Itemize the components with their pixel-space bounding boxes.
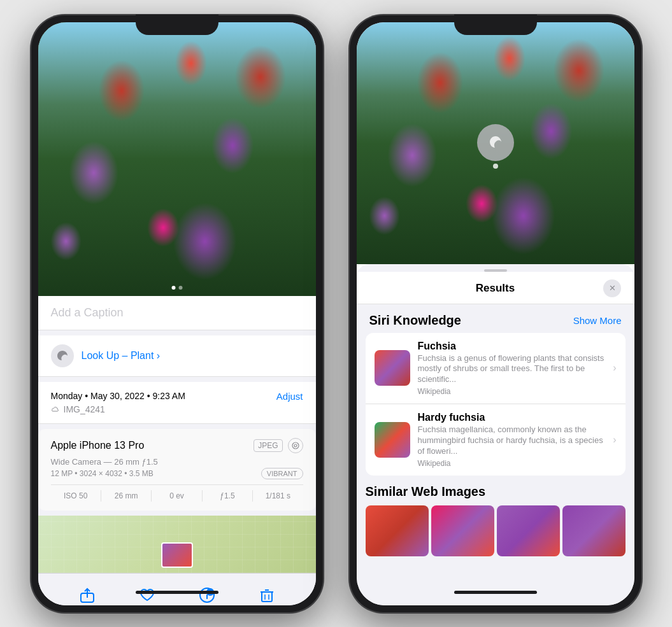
similar-image-1[interactable] <box>366 505 429 556</box>
exif-focal: 26 mm <box>101 490 152 502</box>
camera-specs-row: 12 MP • 3024 × 4032 • 3.5 MB VIBRANT <box>51 468 303 479</box>
siri-button[interactable] <box>477 124 514 161</box>
dot-2 <box>178 286 182 290</box>
hardy-title: Hardy fuchsia <box>418 412 606 423</box>
svg-point-1 <box>294 444 297 447</box>
phones-container: Add a Caption Look Up – Plant › <box>31 15 642 613</box>
home-indicator-2 <box>454 591 537 594</box>
knowledge-card-fuchsia[interactable]: Fuchsia Fuchsia is a genus of flowering … <box>366 333 626 405</box>
hardy-card-body: Hardy fuchsia Fuchsia magellanica, commo… <box>418 412 606 468</box>
map-photo-thumb <box>161 542 193 568</box>
svg-rect-8 <box>262 592 272 602</box>
hardy-desc: Fuchsia magellanica, commonly known as t… <box>418 425 606 457</box>
fuchsia-desc: Fuchsia is a genus of flowering plants t… <box>418 353 606 386</box>
lookup-label: Look Up – Plant › <box>82 350 161 362</box>
hardy-source: Wikipedia <box>418 459 606 468</box>
photo-info-content: Add a Caption Look Up – Plant › <box>38 296 316 605</box>
exif-ev: 0 ev <box>152 490 202 502</box>
siri-leaf-icon <box>487 134 504 151</box>
lookup-icon <box>51 344 74 367</box>
camera-mp: 12 MP • 3024 × 4032 • 3.5 MB <box>51 469 154 478</box>
similar-image-2[interactable] <box>431 505 494 556</box>
fuchsia-thumbnail <box>375 350 410 386</box>
photo-date: Monday • May 30, 2022 • 9:23 AM <box>51 391 185 401</box>
info-icon: i <box>199 587 215 603</box>
phone-1: Add a Caption Look Up – Plant › <box>31 15 324 613</box>
camera-model-row: Apple iPhone 13 Pro JPEG <box>51 438 303 453</box>
fuchsia-chevron: › <box>613 362 616 374</box>
svg-point-0 <box>292 442 299 449</box>
exif-shutter: 1/181 s <box>253 490 303 502</box>
camera-badges: JPEG <box>254 438 303 453</box>
filename-row: IMG_4241 <box>51 404 303 414</box>
dot-1 <box>171 286 175 290</box>
lens-icon <box>288 438 303 453</box>
photo-filename: IMG_4241 <box>64 404 105 414</box>
cloud-icon <box>51 405 60 414</box>
aperture-icon <box>291 441 300 450</box>
lookup-text: Look Up – <box>82 350 128 361</box>
leaf-svg-icon <box>55 349 69 363</box>
results-panel: Results ✕ Siri Knowledge Show More <box>357 264 634 605</box>
lookup-row[interactable]: Look Up – Plant › <box>38 335 316 377</box>
exif-iso: ISO 50 <box>51 490 101 502</box>
similar-image-3[interactable] <box>497 505 560 556</box>
share-icon <box>79 587 96 603</box>
photo-display[interactable] <box>38 22 316 296</box>
map-preview[interactable] <box>38 516 316 573</box>
delete-button[interactable] <box>253 581 281 605</box>
camera-wide: Wide Camera — 26 mm ƒ1.5 <box>51 457 303 467</box>
trash-icon <box>259 587 275 603</box>
similar-image-4[interactable] <box>562 505 626 556</box>
lookup-chevron: › <box>157 350 160 361</box>
caption-area[interactable]: Add a Caption <box>38 296 316 330</box>
close-button[interactable]: ✕ <box>603 279 621 297</box>
vibrant-badge: VIBRANT <box>261 468 303 479</box>
heart-icon <box>139 587 155 603</box>
phone-2-inner: Results ✕ Siri Knowledge Show More <box>357 22 634 605</box>
format-badge: JPEG <box>254 439 282 452</box>
fuchsia-title: Fuchsia <box>418 341 606 352</box>
photo-dots <box>171 286 182 290</box>
fuchsia-card-body: Fuchsia Fuchsia is a genus of flowering … <box>418 341 606 397</box>
results-header: Results ✕ <box>357 272 634 304</box>
metadata-section: Monday • May 30, 2022 • 9:23 AM Adjust I… <box>38 382 316 424</box>
siri-dot <box>493 164 498 169</box>
show-more-button[interactable]: Show More <box>573 315 622 326</box>
hardy-thumbnail <box>375 422 410 458</box>
results-title: Results <box>476 282 515 295</box>
exif-row: ISO 50 26 mm 0 ev ƒ1.5 1/181 s <box>51 484 303 502</box>
metadata-row: Monday • May 30, 2022 • 9:23 AM Adjust <box>51 391 303 402</box>
camera-model: Apple iPhone 13 Pro <box>51 440 145 451</box>
lookup-subject: Plant <box>127 350 154 361</box>
phone-2: Results ✕ Siri Knowledge Show More <box>349 15 642 613</box>
similar-section: Similar Web Images <box>357 476 634 556</box>
camera-section: Apple iPhone 13 Pro JPEG Wide Camera <box>38 429 316 511</box>
exif-aperture: ƒ1.5 <box>203 490 253 502</box>
results-content[interactable]: Siri Knowledge Show More Fuchsia Fuchsia… <box>357 304 634 605</box>
siri-knowledge-title: Siri Knowledge <box>369 313 461 328</box>
knowledge-card-hardy[interactable]: Hardy fuchsia Fuchsia magellanica, commo… <box>366 404 626 476</box>
similar-title: Similar Web Images <box>366 484 626 499</box>
siri-knowledge-header: Siri Knowledge Show More <box>357 304 634 333</box>
bottom-toolbar: i <box>38 573 316 605</box>
fuchsia-source: Wikipedia <box>418 387 606 396</box>
caption-placeholder[interactable]: Add a Caption <box>51 306 124 319</box>
home-indicator-1 <box>136 591 218 594</box>
adjust-button[interactable]: Adjust <box>276 391 303 402</box>
hardy-chevron: › <box>613 434 616 446</box>
photo-display-2[interactable] <box>357 22 634 264</box>
phone-1-inner: Add a Caption Look Up – Plant › <box>38 22 316 605</box>
share-button[interactable] <box>73 581 101 605</box>
similar-images-grid[interactable] <box>366 505 626 556</box>
close-icon: ✕ <box>609 283 616 293</box>
knowledge-cards: Fuchsia Fuchsia is a genus of flowering … <box>366 333 626 476</box>
flower-background <box>38 22 316 296</box>
